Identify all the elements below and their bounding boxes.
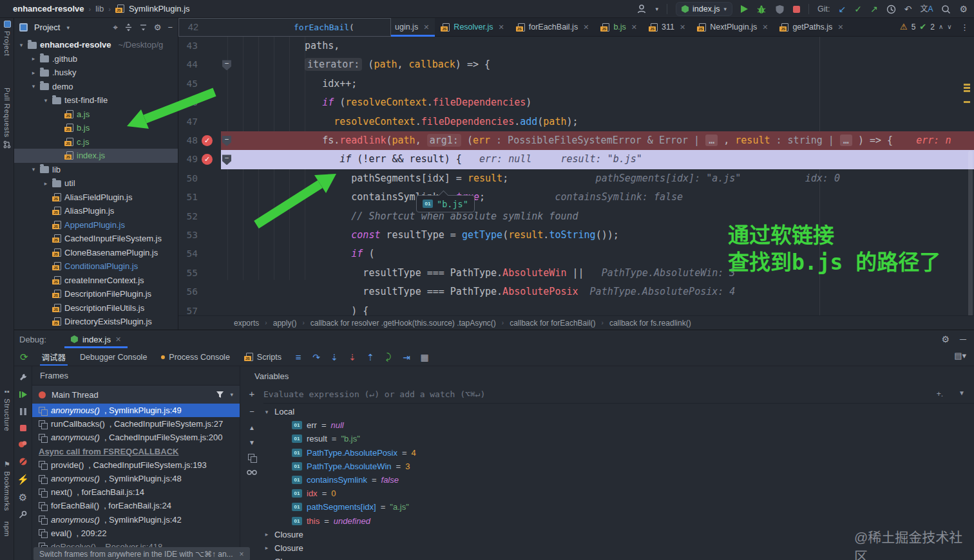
layout-settings-icon[interactable]: ▤▾: [954, 351, 966, 360]
breakpoint-icon[interactable]: ✓: [202, 154, 213, 165]
debug-tab-调试器[interactable]: 调试器: [35, 348, 73, 366]
code-line-57[interactable]: 57 ) {: [178, 302, 974, 315]
mute-breakpoints-icon[interactable]: [19, 457, 28, 466]
git-commit-icon[interactable]: ✓: [854, 5, 862, 14]
close-tab-icon[interactable]: ✕: [631, 23, 637, 32]
breadcrumb-item[interactable]: exports: [234, 319, 259, 328]
force-step-into-icon[interactable]: ⇣: [344, 352, 361, 362]
fold-marker-icon[interactable]: −: [222, 60, 231, 70]
variable-row-PathType.AbsolutePosix[interactable]: 01PathType.AbsolutePosix=4: [263, 446, 974, 460]
tree-item-test-find-file[interactable]: ▾test-find-file: [14, 93, 178, 107]
chevron-expanded-icon[interactable]: ▾: [30, 83, 37, 89]
evaluate-expression-input[interactable]: Evaluate expression (↵) or add a watch (…: [263, 386, 974, 404]
editor-scrollbar[interactable]: [968, 151, 973, 315]
tree-item-lib[interactable]: ▾lib: [14, 163, 178, 177]
stop-button[interactable]: [793, 6, 800, 13]
frame-row[interactable]: anonymous(), SymlinkPlugin.js:48: [32, 472, 240, 485]
debug-button[interactable]: [756, 5, 767, 14]
close-tab-icon[interactable]: ✕: [583, 23, 589, 32]
breadcrumb-item[interactable]: callback for fs.readlink(): [609, 319, 691, 328]
variable-row-this[interactable]: 01this=undefined: [263, 514, 974, 528]
variable-row-pathSegments[idx][interactable]: 01pathSegments[idx]="a.js": [263, 500, 974, 514]
tree-item-index.js[interactable]: index.js: [14, 149, 178, 163]
step-out-icon[interactable]: ⇡: [362, 352, 379, 362]
next-problem-icon[interactable]: ∨: [947, 23, 951, 30]
frame-row[interactable]: provide(), CachedInputFileSystem.js:193: [32, 458, 240, 472]
chevron-down-icon[interactable]: ▾: [66, 24, 70, 31]
frame-row[interactable]: anonymous(), SymlinkPlugin.js:49: [32, 404, 240, 417]
tab-forEachBail.js[interactable]: forEachBail.js✕: [510, 18, 595, 36]
code-line-45[interactable]: 45 idx++;: [178, 75, 974, 93]
rollback-icon[interactable]: ↶: [904, 5, 912, 14]
add-to-watches-icon[interactable]: +.: [937, 389, 943, 398]
locate-file-icon[interactable]: ⌖: [113, 23, 117, 33]
breadcrumb-item[interactable]: apply(): [273, 319, 297, 328]
panel-settings-icon[interactable]: ⚙: [154, 23, 162, 32]
chevron-collapsed-icon[interactable]: ▸: [263, 545, 270, 551]
chevron-collapsed-icon[interactable]: ▸: [263, 531, 270, 537]
collapse-all-icon[interactable]: [139, 23, 148, 32]
breadcrumb-item[interactable]: callback for forEachBail(): [510, 319, 595, 328]
code-line-47[interactable]: 47 resolveContext.fileDependencies.add(p…: [178, 113, 974, 131]
tab-Resolver.js[interactable]: Resolver.js✕: [435, 18, 510, 36]
chevron-expanded-icon[interactable]: ▾: [18, 42, 24, 48]
close-tab-icon[interactable]: ✕: [499, 23, 504, 32]
tree-item-AliasPlugin.js[interactable]: AliasPlugin.js: [14, 204, 178, 218]
variable-row-err[interactable]: 01err=null: [263, 418, 974, 432]
sidebar-item-project[interactable]: Project: [0, 21, 14, 56]
tree-item-enhanced-resolve[interactable]: ▾enhanced-resolve~/Desktop/g: [14, 38, 178, 52]
tree-item-.husky[interactable]: ▸.husky: [14, 66, 178, 80]
debug-settings-gear-icon[interactable]: ⚙: [942, 334, 950, 344]
expand-evaluate-icon[interactable]: ▼: [959, 389, 965, 398]
frame-row[interactable]: anonymous(), SymlinkPlugin.js:42: [32, 513, 240, 527]
warning-stripe-mark[interactable]: [964, 90, 970, 92]
view-breakpoints-icon[interactable]: [18, 440, 28, 449]
tree-item-util[interactable]: ▸util: [14, 176, 178, 191]
tree-item-AliasFieldPlugin.js[interactable]: AliasFieldPlugin.js: [14, 191, 178, 205]
variable-row-idx[interactable]: 01idx=0: [263, 487, 974, 500]
chevron-expanded-icon[interactable]: ▾: [43, 97, 49, 104]
breadcrumb[interactable]: enhanced-resolve›lib›SymlinkPlugin.js: [0, 4, 190, 14]
warning-stripe-mark[interactable]: [964, 101, 970, 103]
variable-row-result[interactable]: 01result="b.js": [263, 432, 974, 445]
search-icon[interactable]: [941, 5, 951, 14]
debug-tab-Scripts[interactable]: Scripts: [237, 348, 289, 366]
wrench-icon[interactable]: [19, 373, 28, 382]
frame-row[interactable]: Async call from FSREQCALLBACK: [32, 445, 240, 458]
close-tab-icon[interactable]: ✕: [837, 23, 843, 32]
code-line-56[interactable]: 56 resultType === PathType.AbsolutePosix…: [178, 283, 974, 301]
notification-banner[interactable]: Switch frames from anywhere in the IDE w…: [33, 547, 250, 560]
tree-item-demo[interactable]: ▾demo: [14, 80, 178, 94]
git-update-icon[interactable]: ↙: [838, 5, 846, 14]
hide-debug-panel-icon[interactable]: ─: [960, 334, 966, 344]
pin-icon[interactable]: [19, 510, 27, 519]
debug-tab-Debugger Console[interactable]: Debugger Console: [73, 348, 154, 366]
git-push-icon[interactable]: ↗: [870, 5, 878, 14]
history-icon[interactable]: [886, 5, 896, 14]
tree-item-a.js[interactable]: a.js: [14, 107, 178, 122]
close-tab-icon[interactable]: ✕: [762, 23, 768, 32]
filter-icon[interactable]: [216, 391, 224, 398]
code-line-50[interactable]: 50 pathSegments[idx] = result; pathSegme…: [178, 169, 974, 188]
debug-tab-Process Console[interactable]: Process Console: [154, 348, 237, 366]
chevron-expanded-icon[interactable]: ▾: [263, 409, 270, 415]
stop-icon[interactable]: [19, 424, 27, 432]
user-dropdown-icon[interactable]: ▾: [656, 6, 659, 12]
title-breadcrumb-item[interactable]: lib: [95, 4, 104, 14]
chevron-collapsed-icon[interactable]: ▸: [30, 70, 37, 76]
chevron-expanded-icon[interactable]: ▾: [30, 166, 37, 173]
profiler-icon[interactable]: [775, 5, 785, 14]
lightning-icon[interactable]: ⚡: [17, 474, 29, 484]
run-to-cursor-icon[interactable]: ⤸: [380, 351, 397, 362]
run-button[interactable]: [741, 5, 748, 13]
sidebar-item-bookmarks[interactable]: ⚑ Bookmarks: [0, 461, 14, 511]
tree-item-createInnerContext.js[interactable]: createInnerContext.js: [14, 274, 178, 288]
code-line-49[interactable]: 49✓− if (!err && result) { err: null res…: [178, 150, 974, 169]
close-tab-icon[interactable]: ✕: [680, 23, 685, 32]
title-breadcrumb-item[interactable]: enhanced-resolve: [13, 4, 84, 14]
debug-session-tab[interactable]: index.js ✕: [64, 330, 128, 348]
settings-gear-icon[interactable]: ⚙: [959, 5, 968, 14]
code-line-44[interactable]: 44− iterator: (path, callback) => {: [178, 55, 974, 74]
frame-row[interactable]: anonymous(), CachedInputFileSystem.js:20…: [32, 431, 240, 444]
threads-view-icon[interactable]: ≡: [290, 351, 307, 362]
